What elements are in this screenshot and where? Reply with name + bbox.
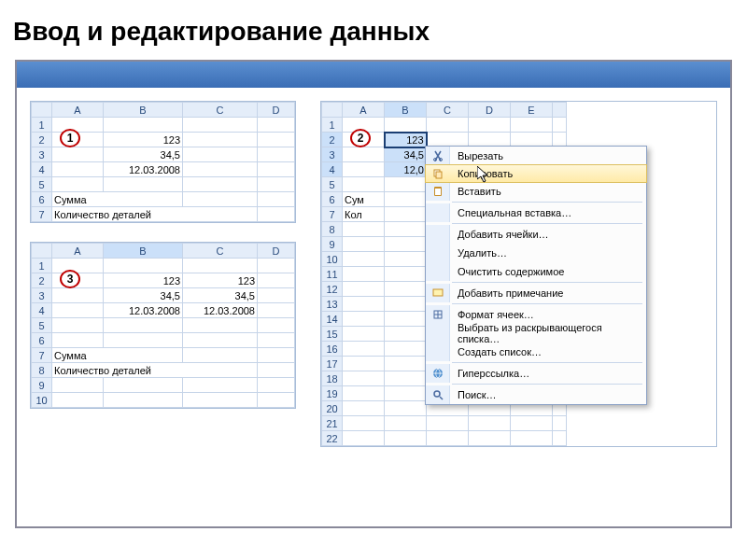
- menu-label: Очистить содержимое: [450, 266, 646, 277]
- cell[interactable]: Кол: [343, 207, 385, 222]
- cell[interactable]: 12.03.2008: [183, 303, 258, 318]
- menu-label: Формат ячеек…: [450, 309, 646, 320]
- menu-item-cut[interactable]: Вырезать: [426, 147, 646, 165]
- cell[interactable]: 34,5: [183, 288, 258, 303]
- menu-label: Добавить примечание: [450, 287, 646, 299]
- menu-item-find[interactable]: Поиск…: [426, 385, 646, 404]
- row-header[interactable]: 6: [32, 192, 52, 207]
- svg-rect-3: [436, 172, 442, 178]
- window-titlebar: [17, 62, 730, 88]
- menu-item-clear[interactable]: Очистить содержимое: [426, 262, 646, 281]
- menu-label: Гиперссылка…: [450, 368, 646, 379]
- col-header[interactable]: C: [183, 103, 258, 118]
- col-header[interactable]: B: [385, 103, 427, 118]
- cell-selected[interactable]: 12,0: [385, 162, 427, 177]
- row-header[interactable]: 5: [32, 177, 52, 192]
- cell-selected[interactable]: 34,5: [385, 147, 427, 162]
- mouse-cursor-icon: [477, 166, 492, 185]
- svg-point-9: [434, 391, 440, 397]
- row-header[interactable]: 4: [32, 162, 52, 177]
- spreadsheet-3[interactable]: ABCD 1 2123123 334,534,5 412.03.200812.0…: [30, 242, 296, 409]
- cell-selected[interactable]: 123: [385, 133, 427, 147]
- menu-label: Добавить ячейки…: [450, 229, 646, 240]
- menu-label: Создать список…: [450, 346, 646, 357]
- menu-item-paste-special[interactable]: Специальная вставка…: [426, 203, 646, 222]
- page-title: Ввод и редактирование данных: [0, 0, 747, 60]
- cell[interactable]: 123: [104, 133, 183, 147]
- cell[interactable]: Сум: [343, 192, 385, 207]
- cell[interactable]: Сумма: [52, 192, 183, 207]
- row-header[interactable]: 1: [32, 118, 52, 133]
- menu-item-format-cells[interactable]: Формат ячеек…: [426, 305, 646, 324]
- cut-icon: [426, 147, 450, 165]
- context-menu: Вырезать Копировать Вставить Специальная…: [425, 146, 647, 405]
- col-header[interactable]: D: [258, 244, 295, 259]
- paste-icon: [426, 182, 450, 201]
- col-header[interactable]: D: [258, 103, 295, 118]
- svg-rect-6: [433, 289, 443, 296]
- menu-item-create-list[interactable]: Создать список…: [426, 343, 646, 361]
- col-header[interactable]: C: [183, 244, 258, 259]
- menu-label: Вырезать: [450, 150, 646, 161]
- cell[interactable]: 12.03.2008: [104, 303, 183, 318]
- menu-label: Выбрать из раскрывающегося списка…: [450, 322, 646, 344]
- hyperlink-icon: [426, 364, 450, 383]
- col-header[interactable]: B: [104, 244, 183, 259]
- col-header[interactable]: A: [343, 103, 385, 118]
- copy-icon: [426, 165, 450, 182]
- col-header[interactable]: A: [52, 244, 104, 259]
- callout-1: 1: [60, 129, 80, 147]
- menu-label: Удалить…: [450, 247, 646, 259]
- svg-rect-5: [435, 189, 441, 195]
- cell[interactable]: [52, 118, 104, 133]
- col-header[interactable]: D: [469, 103, 511, 118]
- menu-item-hyperlink[interactable]: Гиперссылка…: [426, 364, 646, 383]
- col-header[interactable]: E: [511, 103, 553, 118]
- menu-item-copy[interactable]: Копировать: [425, 164, 647, 183]
- cell[interactable]: Количество деталей: [52, 207, 258, 222]
- col-header[interactable]: A: [52, 103, 104, 118]
- callout-3: 3: [60, 270, 80, 288]
- comment-icon: [426, 284, 450, 302]
- row-header[interactable]: 3: [32, 147, 52, 162]
- menu-item-insert-cells[interactable]: Добавить ячейки…: [426, 225, 646, 244]
- row-header[interactable]: 2: [32, 133, 52, 147]
- app-window: 1 ABCD 1 2123 334,5 412.03.2008 5 6Сумма…: [15, 60, 732, 528]
- find-icon: [426, 385, 450, 404]
- menu-item-dropdown[interactable]: Выбрать из раскрывающегося списка…: [426, 324, 646, 343]
- cell[interactable]: 123: [104, 273, 183, 288]
- menu-label: Вставить: [450, 186, 646, 197]
- menu-item-delete[interactable]: Удалить…: [426, 244, 646, 262]
- col-header[interactable]: C: [427, 103, 469, 118]
- cell[interactable]: 12.03.2008: [104, 162, 183, 177]
- menu-item-paste[interactable]: Вставить: [426, 182, 646, 201]
- callout-2: 2: [350, 129, 371, 147]
- menu-item-add-comment[interactable]: Добавить примечание: [426, 284, 646, 302]
- cell[interactable]: Количество деталей: [52, 363, 258, 378]
- col-header[interactable]: B: [104, 103, 183, 118]
- format-icon: [426, 305, 450, 324]
- menu-label: Поиск…: [450, 389, 646, 400]
- cell[interactable]: 34,5: [104, 147, 183, 162]
- cell[interactable]: 34,5: [104, 288, 183, 303]
- cell[interactable]: 123: [183, 273, 258, 288]
- menu-label: Специальная вставка…: [450, 207, 646, 218]
- row-header[interactable]: 7: [32, 207, 52, 222]
- cell[interactable]: Сумма: [52, 348, 183, 363]
- spreadsheet-1[interactable]: ABCD 1 2123 334,5 412.03.2008 5 6Сумма 7…: [30, 101, 296, 223]
